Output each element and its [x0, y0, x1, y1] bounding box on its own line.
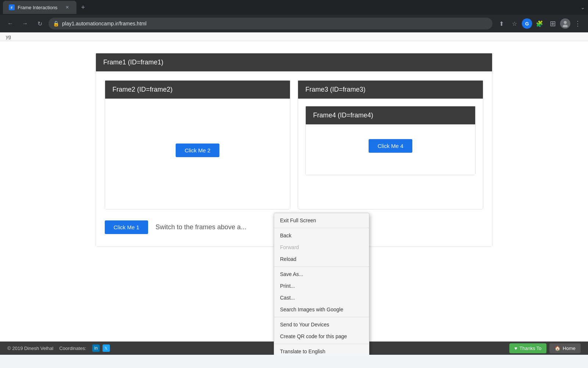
thanks-to-button[interactable]: ♥ Thanks To — [509, 343, 546, 353]
context-menu-translate[interactable]: Translate to English — [274, 346, 369, 355]
heart-icon: ♥ — [514, 346, 517, 351]
context-menu-qr-code[interactable]: Create QR code for this page — [274, 330, 369, 342]
context-menu-forward: Forward — [274, 241, 369, 253]
browser-menu-icon[interactable]: ⊞ — [547, 18, 559, 29]
frame2-header: Frame2 (ID=frame2) — [105, 81, 290, 99]
linkedin-icon[interactable]: in — [92, 344, 100, 352]
context-menu-separator-1 — [274, 228, 369, 228]
lock-icon: 🔒 — [53, 21, 59, 26]
click-me-1-button[interactable]: Click Me 1 — [105, 220, 148, 234]
browser-titlebar: F Frame Interactions ✕ + ⌄ — [0, 0, 588, 15]
new-tab-button[interactable]: + — [78, 2, 88, 13]
context-menu-reload[interactable]: Reload — [274, 253, 369, 265]
active-tab[interactable]: F Frame Interactions ✕ — [3, 1, 76, 14]
footer-copyright: © 2019 Dinesh Velhal — [7, 346, 53, 351]
svg-text:F: F — [11, 6, 13, 10]
context-menu-save-as[interactable]: Save As... — [274, 268, 369, 280]
context-menu-exit-fullscreen[interactable]: Exit Full Screen — [274, 215, 369, 226]
page-top-bar: yg — [0, 32, 588, 41]
frame3-body: Frame4 (ID=frame4) Click Me 4 — [298, 99, 483, 190]
context-menu-separator-4 — [274, 344, 369, 344]
reload-button[interactable]: ↻ — [34, 18, 46, 29]
footer-right: ♥ Thanks To 🏠 Home — [509, 343, 581, 353]
tab-close-button[interactable]: ✕ — [64, 4, 71, 11]
context-menu-separator-3 — [274, 317, 369, 317]
context-menu-send-devices[interactable]: Send to Your Devices — [274, 319, 369, 330]
context-menu-separator-2 — [274, 266, 369, 267]
context-menu-print[interactable]: Print... — [274, 280, 369, 292]
chrome-menu-icon[interactable]: ⋮ — [572, 18, 584, 29]
tab-bar: F Frame Interactions ✕ + — [3, 1, 88, 14]
context-menu-back[interactable]: Back — [274, 230, 369, 241]
switch-text: Switch to the frames above a... — [155, 223, 246, 231]
svg-point-2 — [564, 21, 567, 24]
frame2-body: Click Me 2 — [105, 99, 290, 209]
profile-avatar[interactable] — [560, 18, 570, 29]
twitter-icon[interactable]: 𝕏 — [103, 344, 110, 352]
back-button[interactable]: ← — [4, 18, 16, 29]
context-menu: Exit Full Screen Back Forward Reload Sav… — [274, 213, 369, 355]
context-menu-cast[interactable]: Cast... — [274, 292, 369, 304]
google-account-icon[interactable]: G — [522, 18, 532, 29]
click-me-4-button[interactable]: Click Me 4 — [369, 139, 412, 153]
toolbar-actions: ⬆ ☆ G 🧩 ⊞ ⋮ — [495, 18, 584, 29]
frame2-container: Frame2 (ID=frame2) Click Me 2 — [105, 80, 290, 209]
svg-point-3 — [563, 25, 568, 27]
bookmark-icon[interactable]: ☆ — [509, 18, 520, 29]
page-content: yg Frame1 (ID=frame1) Frame2 (ID=frame2)… — [0, 32, 588, 355]
frame4-body: Click Me 4 — [306, 124, 475, 175]
thanks-to-label: Thanks To — [520, 346, 542, 351]
frame4-header: Frame4 (ID=frame4) — [306, 106, 475, 124]
home-button[interactable]: 🏠 Home — [549, 343, 581, 353]
share-icon[interactable]: ⬆ — [495, 18, 507, 29]
footer-coordinates-label: Coordinates: — [59, 346, 86, 351]
click-me-2-button[interactable]: Click Me 2 — [176, 144, 219, 157]
address-text: play1.automationcamp.ir/frames.html — [62, 21, 147, 26]
address-bar[interactable]: 🔒 play1.automationcamp.ir/frames.html — [49, 18, 492, 29]
tab-title: Frame Interactions — [18, 5, 57, 10]
tab-favicon: F — [9, 4, 15, 10]
browser-toolbar: ← → ↻ 🔒 play1.automationcamp.ir/frames.h… — [0, 15, 588, 32]
frame3-container: Frame3 (ID=frame3) Frame4 (ID=frame4) Cl… — [298, 80, 483, 209]
footer-left: © 2019 Dinesh Velhal Coordinates: in 𝕏 — [7, 344, 509, 352]
forward-button[interactable]: → — [19, 18, 31, 29]
frame-row: Frame2 (ID=frame2) Click Me 2 Frame3 (ID… — [105, 80, 483, 209]
footer-social: in 𝕏 — [92, 344, 110, 352]
extensions-icon[interactable]: 🧩 — [534, 18, 545, 29]
context-menu-search-images[interactable]: Search Images with Google — [274, 304, 369, 315]
frame4-container: Frame4 (ID=frame4) Click Me 4 — [305, 106, 476, 175]
frame3-header: Frame3 (ID=frame3) — [298, 81, 483, 99]
page-top-label: yg — [6, 34, 11, 39]
home-icon: 🏠 — [555, 346, 560, 351]
home-label: Home — [563, 346, 576, 351]
window-chevron[interactable]: ⌄ — [581, 4, 585, 10]
frame1-header: Frame1 (ID=frame1) — [96, 53, 492, 71]
